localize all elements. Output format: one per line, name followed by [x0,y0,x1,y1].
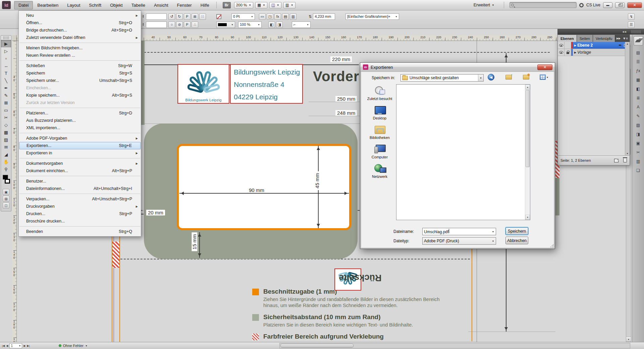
dock-panel-icon[interactable]: ▣ [634,140,643,147]
file-menu-item[interactable]: Verpacken... Alt+Umschalt+Strg+P [19,195,141,203]
dock-panel-icon[interactable]: ☰ [634,58,643,65]
page-number-combo[interactable]: 1▼ [9,343,22,348]
object-style-combo[interactable]: [Einfacher Grafikrahmen]+▼ [345,13,399,20]
layer-lock-cell[interactable] [565,42,571,49]
save-in-combo[interactable]: Umschläge selbst gestalten ▼ [400,74,484,82]
filetype-combo[interactable]: Adobe PDF (Druck) ▼ [422,237,496,245]
file-menu-item[interactable]: Adobe PDF-Vorgaben [19,135,141,142]
file-menu-item[interactable]: Kopie speichern... Alt+Strg+S [19,92,141,99]
panel-scrollbar[interactable]: ▲▼ [625,42,630,155]
dialog-title-bar[interactable]: ID Exportieren [360,63,555,72]
screen-mode-combo[interactable]: ◫▼ [269,2,281,8]
menu-item[interactable]: Hilfe [196,1,214,9]
file-menu-item[interactable]: Broschüre drucken... [19,217,141,225]
apply-color-button[interactable]: ▨ [3,196,9,202]
dialog-resize-grip[interactable] [550,244,553,248]
place-item[interactable]: Zuletzt besucht [367,86,392,101]
y-position-field[interactable] [146,21,167,28]
dropdown-arrow[interactable]: ▼ [490,238,496,244]
delete-layer-button[interactable] [623,158,627,162]
menu-item[interactable]: Objekt [106,1,127,9]
place-item[interactable]: Desktop [373,105,386,120]
place-item[interactable]: Netzwerk [372,163,387,179]
corner-options-button[interactable]: ◳ [267,13,273,20]
view-options-combo[interactable]: ▦▼ [255,2,267,8]
dock-panel-icon[interactable]: ▥ [634,158,643,165]
stroke-weight-combo[interactable]: 0 Pt▼ [231,13,255,20]
formatting-affects-button[interactable]: ▣ [3,189,9,195]
file-menu-item[interactable]: Neu [19,12,141,19]
dropdown-arrow[interactable]: ▼ [490,228,496,235]
panel-tab[interactable]: Seiten [577,35,593,42]
first-page-button[interactable]: |◀ [2,344,5,347]
dropdown-arrow[interactable]: ▼ [478,74,483,81]
file-menu-item[interactable]: Drucken... Strg+P [19,210,141,217]
file-menu-item[interactable] [19,157,141,160]
layer-visibility-cell[interactable] [558,42,565,49]
layer-row[interactable]: ▶ Vorlage ✒ [558,49,630,56]
file-menu-item[interactable] [19,192,141,195]
align-grid-button[interactable]: ⊞ [192,13,198,20]
address-frame[interactable]: Bildungswerk LeipzigNonnenstraße 404229 … [230,64,303,104]
screen-mode-button[interactable]: ◫ [3,202,9,208]
file-menu-item[interactable]: Speichern Strg+S [19,69,141,77]
layer-visibility-cell[interactable] [558,49,565,56]
close-button[interactable]: ✕ [627,2,642,8]
filename-input[interactable]: Umschlag.pdf ▼ [422,228,496,235]
file-menu-item[interactable]: Exportieren in [19,149,141,157]
scroll-thumb[interactable] [526,90,530,167]
scroll-up-arrow[interactable]: ▲ [525,85,530,90]
layer-name[interactable]: Vorlage [577,50,591,55]
horizontal-scrollbar[interactable] [279,343,630,348]
gap-value-field[interactable]: 4,233 mm [313,13,335,20]
file-menu-item[interactable]: Platzieren... Strg+D [19,109,141,117]
dock-panel-icon[interactable]: ✎ [634,112,643,120]
menu-item[interactable]: Bearbeiten [33,1,63,9]
dock-panel-icon[interactable]: ≣ [634,94,643,102]
file-menu-item[interactable]: Einchecken... [19,84,141,92]
layer-row[interactable]: ▶ Ebene 2 ✒ [558,42,630,49]
dock-panel-icon[interactable]: ▤ [634,49,643,56]
file-menu-item[interactable]: Neuen Review erstellen ... [19,52,141,59]
stroke-swatch[interactable] [5,179,10,184]
cs-live-label[interactable]: CS Live [586,3,600,7]
layer-lock-cell[interactable] [565,49,571,56]
effects-button[interactable]: fx [274,13,281,20]
restore-button[interactable] [615,2,625,8]
file-menu-item[interactable]: Druckvorgaben [19,203,141,210]
file-menu-item[interactable] [19,41,141,44]
file-menu-item[interactable]: Dateiinformationen... Alt+Umschalt+Strg+… [19,185,141,192]
cancel-button[interactable]: Abbrechen [505,237,528,244]
preflight-status[interactable]: Ohne Fehler ▼ [59,344,88,348]
stroke-color-indicator[interactable] [216,14,221,19]
file-menu-item[interactable]: Bridge durchsuchen... Alt+Strg+O [19,27,141,34]
file-menu-item[interactable]: Meinen Bildschirm freigeben... [19,44,141,52]
file-menu-item[interactable]: Schließen Strg+W [19,62,141,69]
file-menu-item[interactable] [19,225,141,228]
scroll-down-arrow[interactable]: ▼ [525,215,530,220]
search-input[interactable] [509,2,577,8]
vertical-ruler[interactable]: 4050607080901001101201301401501601701801… [12,41,17,342]
file-menu-item[interactable]: Zuletzt verwendete Datei öffnen [19,34,141,41]
new-folder-button[interactable]: ✱ [522,73,530,81]
spinner[interactable]: ▲▼ [142,21,146,28]
paragraph-button-2[interactable]: P [184,21,191,28]
quick-apply-button[interactable]: ↯ [628,13,635,20]
rotate-cw-button[interactable]: ↻ [176,13,183,20]
place-item[interactable]: Computer [372,144,388,159]
expand-panel-icon[interactable]: ▶▶ [616,37,621,40]
panel-menu-icon[interactable]: ▼≡ [623,37,628,40]
fill-stroke-swatches[interactable] [2,174,10,188]
wrap-none-button[interactable]: ▤ [282,13,289,20]
distribute-button[interactable]: ∷ [199,13,206,20]
spinner[interactable]: ▲▼ [142,13,146,20]
menu-item[interactable]: Schrift [85,1,106,9]
file-menu-item[interactable]: Zurück zur letzten Version [19,99,141,106]
back-button[interactable]: ◀ [487,73,495,81]
layer-name[interactable]: Ebene 2 [577,43,593,48]
dialog-close-button[interactable]: ✕ [537,64,552,70]
up-one-level-button[interactable]: ↑ [504,73,513,81]
menu-item[interactable]: Layout [63,1,85,9]
paragraph-button[interactable]: P [184,13,191,20]
dock-panel-icon[interactable]: ƒx [634,67,643,74]
